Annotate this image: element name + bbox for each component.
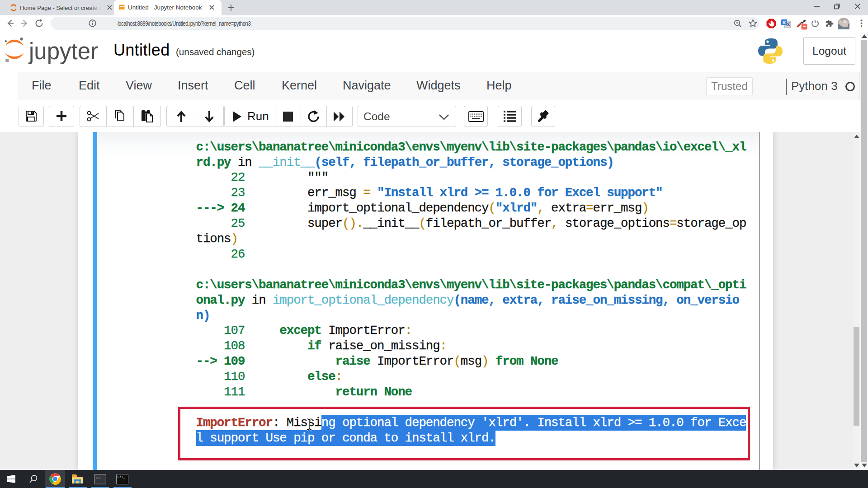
svg-text:C:\_: C:\_: [118, 475, 126, 479]
svg-text:C:\: C:\: [96, 476, 101, 479]
svg-text:jupyter: jupyter: [28, 38, 98, 64]
